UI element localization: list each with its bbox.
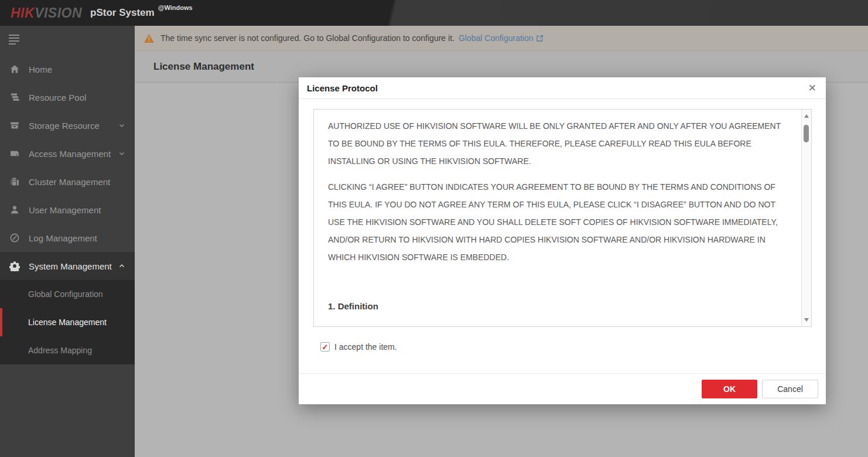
sidebar-subitem-address-mapping[interactable]: Address Mapping bbox=[0, 336, 135, 364]
product-name: pStor System bbox=[90, 7, 155, 19]
active-item-indicator bbox=[0, 308, 2, 336]
scrollbar[interactable] bbox=[801, 110, 811, 326]
license-paragraph: AUTHORIZED USE OF HIKVISION SOFTWARE WIL… bbox=[328, 117, 784, 170]
resource-pool-icon bbox=[9, 92, 21, 103]
sidebar-subitem-label: Global Configuration bbox=[28, 289, 103, 299]
home-icon bbox=[9, 64, 21, 74]
time-sync-warning-banner: The time sync server is not configured. … bbox=[135, 26, 868, 51]
sidebar-item-label: Home bbox=[29, 64, 52, 74]
license-paragraph: CLICKING “I AGREE” BUTTON INDICATES YOUR… bbox=[328, 178, 784, 266]
global-configuration-link[interactable]: Global Configuration bbox=[459, 33, 534, 43]
scroll-up-icon[interactable] bbox=[804, 114, 809, 118]
accept-checkbox[interactable]: ✓ bbox=[320, 342, 330, 352]
menu-collapse-icon[interactable] bbox=[9, 35, 20, 45]
sidebar-item-label: System Management bbox=[29, 261, 112, 271]
dialog-footer: OK Cancel bbox=[299, 373, 826, 404]
banner-text: The time sync server is not configured. … bbox=[160, 33, 454, 43]
user-management-icon bbox=[9, 204, 21, 215]
sidebar-item-system-management[interactable]: System Management bbox=[0, 252, 135, 280]
system-management-submenu: Global Configuration License Management … bbox=[0, 280, 135, 364]
scroll-down-icon[interactable] bbox=[804, 318, 809, 322]
warning-icon bbox=[143, 33, 155, 43]
license-protocol-dialog: License Protocol ✕ AUTHORIZED USE OF HIK… bbox=[299, 77, 826, 404]
accept-checkbox-row[interactable]: ✓ I accept the item. bbox=[320, 342, 397, 352]
sidebar: Home Resource Pool Storage Resource bbox=[0, 26, 135, 457]
scrollbar-thumb[interactable] bbox=[804, 125, 809, 142]
sidebar-item-label: Cluster Management bbox=[29, 177, 110, 187]
sidebar-subitem-license-management[interactable]: License Management bbox=[0, 308, 135, 336]
dialog-header: License Protocol ✕ bbox=[299, 77, 826, 99]
chevron-up-icon bbox=[118, 262, 125, 270]
sidebar-item-access-management[interactable]: Access Management bbox=[0, 139, 135, 168]
access-management-icon bbox=[9, 148, 21, 159]
cluster-management-icon bbox=[9, 176, 21, 187]
license-text: AUTHORIZED USE OF HIKVISION SOFTWARE WIL… bbox=[314, 110, 811, 311]
log-management-icon bbox=[9, 233, 21, 243]
sidebar-item-label: Storage Resource bbox=[29, 121, 100, 131]
cancel-button[interactable]: Cancel bbox=[762, 380, 818, 398]
sidebar-item-label: Resource Pool bbox=[29, 93, 86, 103]
logo-hik: HIK bbox=[11, 5, 35, 21]
sidebar-item-log-management[interactable]: Log Management bbox=[0, 224, 135, 252]
sidebar-item-storage-resource[interactable]: Storage Resource bbox=[0, 111, 135, 139]
topbar: HIKVISION pStor System @Windows bbox=[0, 0, 868, 26]
platform-tag: @Windows bbox=[158, 4, 193, 11]
ok-button[interactable]: OK bbox=[702, 380, 757, 398]
accept-checkbox-label: I accept the item. bbox=[334, 342, 397, 352]
sidebar-item-resource-pool[interactable]: Resource Pool bbox=[0, 83, 135, 111]
page-title: License Management bbox=[153, 61, 254, 73]
app-window: HIKVISION pStor System @Windows Home Res… bbox=[0, 0, 868, 457]
storage-resource-icon bbox=[9, 120, 21, 131]
sidebar-subitem-global-configuration[interactable]: Global Configuration bbox=[0, 280, 135, 308]
sidebar-item-home[interactable]: Home bbox=[0, 55, 135, 83]
sidebar-subitem-label: Address Mapping bbox=[28, 346, 92, 355]
license-text-scroll-area[interactable]: AUTHORIZED USE OF HIKVISION SOFTWARE WIL… bbox=[313, 109, 812, 327]
license-section-heading: 1. Definition bbox=[328, 301, 784, 311]
dialog-title: License Protocol bbox=[307, 83, 378, 93]
logo-vision: VISION bbox=[35, 5, 82, 21]
sidebar-item-cluster-management[interactable]: Cluster Management bbox=[0, 168, 135, 196]
chevron-down-icon bbox=[118, 122, 125, 129]
chevron-down-icon bbox=[118, 150, 125, 157]
system-management-icon bbox=[9, 261, 21, 271]
sidebar-item-label: Access Management bbox=[29, 149, 111, 159]
sidebar-item-label: Log Management bbox=[29, 233, 97, 243]
sidebar-nav: Home Resource Pool Storage Resource bbox=[0, 55, 135, 364]
close-icon[interactable]: ✕ bbox=[808, 83, 816, 93]
check-icon: ✓ bbox=[322, 343, 329, 351]
external-link-icon bbox=[536, 35, 544, 42]
sidebar-item-user-management[interactable]: User Management bbox=[0, 196, 135, 224]
sidebar-subitem-label: License Management bbox=[28, 318, 107, 327]
sidebar-item-label: User Management bbox=[29, 205, 101, 215]
hikvision-logo: HIKVISION bbox=[11, 5, 82, 21]
